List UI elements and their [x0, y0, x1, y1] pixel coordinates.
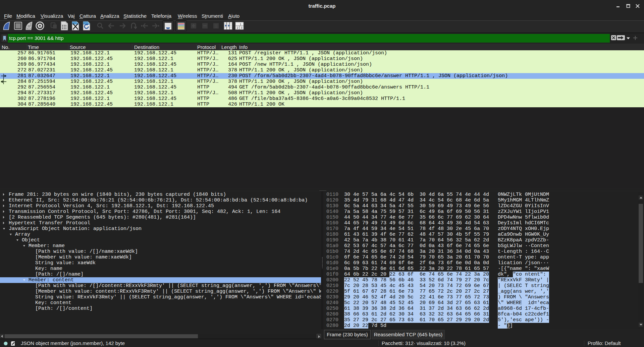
- svg-text:1: 1: [240, 22, 241, 26]
- svg-text:2: 2: [237, 26, 238, 30]
- svg-text:3: 3: [241, 26, 243, 30]
- svg-text:1: 1: [215, 24, 217, 28]
